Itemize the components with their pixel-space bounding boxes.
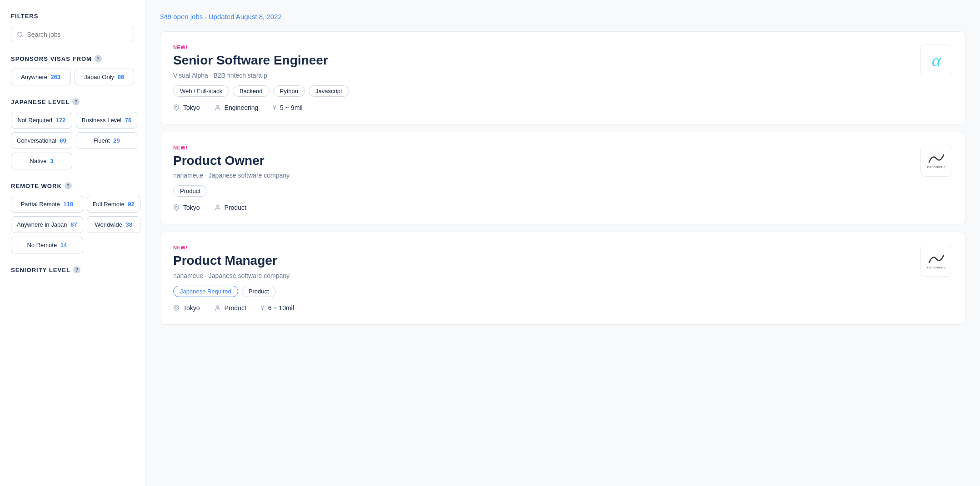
filter-btn-japanese-3[interactable]: Fluent 29 xyxy=(76,132,138,149)
job-card-1[interactable]: NEW!Product Ownernanameue · Japanese sof… xyxy=(160,132,965,225)
filter-section-remote: REMOTE WORK?Partial Remote 118Full Remot… xyxy=(11,182,134,253)
dept-text-0: Engineering xyxy=(225,104,259,111)
filter-title-seniority: SENIORITY LEVEL xyxy=(11,267,70,273)
nanameue-logo: nanameue xyxy=(927,152,945,169)
jobs-updated: Updated August 8, 2022 xyxy=(209,13,282,20)
company-logo-2: nanameue xyxy=(920,245,952,277)
job-company-1: nanameue · Japanese software company xyxy=(173,172,911,179)
job-location-2: Tokyo xyxy=(173,304,200,312)
svg-point-7 xyxy=(216,306,219,308)
company-logo-1: nanameue xyxy=(920,145,952,177)
jobs-count: 349 open jobs xyxy=(160,13,203,20)
job-meta-1: TokyoProduct xyxy=(173,204,911,211)
filter-title-japanese: JAPANESE LEVEL xyxy=(11,99,70,105)
job-dept-1: Product xyxy=(215,204,246,211)
job-meta-2: TokyoProduct¥6 ~ 10mil xyxy=(173,304,911,312)
filter-sections: SPONSORS VISAS FROM?Anywhere 263Japan On… xyxy=(11,55,134,273)
filter-btn-remote-3[interactable]: Worldwide 38 xyxy=(87,216,140,233)
svg-point-4 xyxy=(175,206,177,208)
dept-text-1: Product xyxy=(225,204,246,211)
svg-line-1 xyxy=(21,36,23,37)
job-tags-2: Japanese RequiredProduct xyxy=(173,286,911,297)
filter-btn-japanese-1[interactable]: Business Level 76 xyxy=(76,112,138,129)
new-badge-0: NEW! xyxy=(173,45,911,50)
filter-btn-remote-1[interactable]: Full Remote 92 xyxy=(87,196,140,213)
job-tags-0: Web / Full-stackBackendPythonJavascript xyxy=(173,85,911,97)
main-content: 349 open jobs · Updated August 8, 2022 N… xyxy=(145,0,980,486)
job-content-0: NEW!Senior Software EngineerVisual Alpha… xyxy=(173,45,911,111)
filter-btn-japanese-2[interactable]: Conversational 69 xyxy=(11,132,72,149)
job-title-1: Product Owner xyxy=(173,153,911,169)
tag-0-1: Backend xyxy=(233,85,270,97)
svg-point-2 xyxy=(175,106,177,108)
person-icon xyxy=(215,104,221,111)
search-icon xyxy=(17,31,24,38)
job-meta-0: TokyoEngineering¥5 ~ 9mil xyxy=(173,104,911,111)
tag-0-2: Python xyxy=(273,85,305,97)
app-layout: FILTERS SPONSORS VISAS FROM?Anywhere 263… xyxy=(0,0,980,486)
job-list: NEW!Senior Software EngineerVisual Alpha… xyxy=(160,31,965,325)
job-card-2[interactable]: NEW!Product Managernanameue · Japanese s… xyxy=(160,232,965,325)
help-icon-remote[interactable]: ? xyxy=(65,182,72,189)
job-title-2: Product Manager xyxy=(173,253,911,268)
filter-btn-visa-0[interactable]: Anywhere 263 xyxy=(11,69,71,85)
filter-title-remote: REMOTE WORK xyxy=(11,183,62,189)
new-badge-1: NEW! xyxy=(173,145,911,150)
job-title-0: Senior Software Engineer xyxy=(173,53,911,68)
job-company-2: nanameue · Japanese software company xyxy=(173,272,911,279)
job-company-0: Visual Alpha · B2B fintech startup xyxy=(173,72,911,79)
job-salary-2: ¥6 ~ 10mil xyxy=(261,304,294,312)
person-icon xyxy=(215,204,221,211)
new-badge-2: NEW! xyxy=(173,245,911,250)
filter-btn-japanese-4[interactable]: Native 3 xyxy=(11,153,72,169)
filter-btn-remote-4[interactable]: No Remote 14 xyxy=(11,237,83,253)
company-logo-0: α xyxy=(920,45,952,76)
help-icon-japanese[interactable]: ? xyxy=(72,98,80,105)
job-tags-1: Product xyxy=(173,185,911,197)
job-card-0[interactable]: NEW!Senior Software EngineerVisual Alpha… xyxy=(160,31,965,124)
yen-icon: ¥ xyxy=(273,104,276,111)
search-input[interactable] xyxy=(27,31,128,38)
job-content-1: NEW!Product Ownernanameue · Japanese sof… xyxy=(173,145,911,212)
help-icon-visa[interactable]: ? xyxy=(95,55,102,62)
tag-1-0: Product xyxy=(173,185,207,197)
location-icon xyxy=(173,305,180,311)
location-icon xyxy=(173,204,180,211)
tag-2-0: Japanese Required xyxy=(173,286,238,297)
dept-text-2: Product xyxy=(225,304,246,312)
tag-2-1: Product xyxy=(242,286,276,297)
header-separator: · xyxy=(205,13,208,20)
sidebar: FILTERS SPONSORS VISAS FROM?Anywhere 263… xyxy=(0,0,145,486)
job-dept-0: Engineering xyxy=(215,104,259,111)
help-icon-seniority[interactable]: ? xyxy=(73,266,80,273)
location-text-1: Tokyo xyxy=(183,204,200,211)
filter-btn-japanese-0[interactable]: Not Required 172 xyxy=(11,112,72,129)
filter-section-visa: SPONSORS VISAS FROM?Anywhere 263Japan On… xyxy=(11,55,134,85)
filter-btn-remote-0[interactable]: Partial Remote 118 xyxy=(11,196,83,213)
person-icon xyxy=(215,305,221,311)
job-dept-2: Product xyxy=(215,304,246,312)
filter-btn-remote-2[interactable]: Anywhere in Japan 87 xyxy=(11,216,83,233)
job-location-1: Tokyo xyxy=(173,204,200,211)
nanameue-logo: nanameue xyxy=(927,253,945,269)
tag-0-3: Javascript xyxy=(309,85,349,97)
filter-title-visa: SPONSORS VISAS FROM xyxy=(11,55,92,62)
jobs-header: 349 open jobs · Updated August 8, 2022 xyxy=(160,13,965,20)
location-icon xyxy=(173,104,180,111)
yen-icon: ¥ xyxy=(261,304,265,312)
location-text-0: Tokyo xyxy=(183,104,200,111)
job-location-0: Tokyo xyxy=(173,104,200,111)
filters-title: FILTERS xyxy=(11,13,134,20)
filter-section-seniority: SENIORITY LEVEL? xyxy=(11,266,134,273)
svg-point-3 xyxy=(216,105,219,107)
job-salary-0: ¥5 ~ 9mil xyxy=(273,104,302,111)
tag-0-0: Web / Full-stack xyxy=(173,85,229,97)
filter-btn-visa-1[interactable]: Japan Only 86 xyxy=(75,69,135,85)
search-box xyxy=(11,27,134,42)
svg-point-5 xyxy=(216,205,219,208)
location-text-2: Tokyo xyxy=(183,304,200,312)
svg-point-6 xyxy=(175,307,177,308)
filter-section-japanese: JAPANESE LEVEL?Not Required 172Business … xyxy=(11,98,134,169)
alpha-logo: α xyxy=(932,50,941,70)
salary-text-0: 5 ~ 9mil xyxy=(280,104,302,111)
